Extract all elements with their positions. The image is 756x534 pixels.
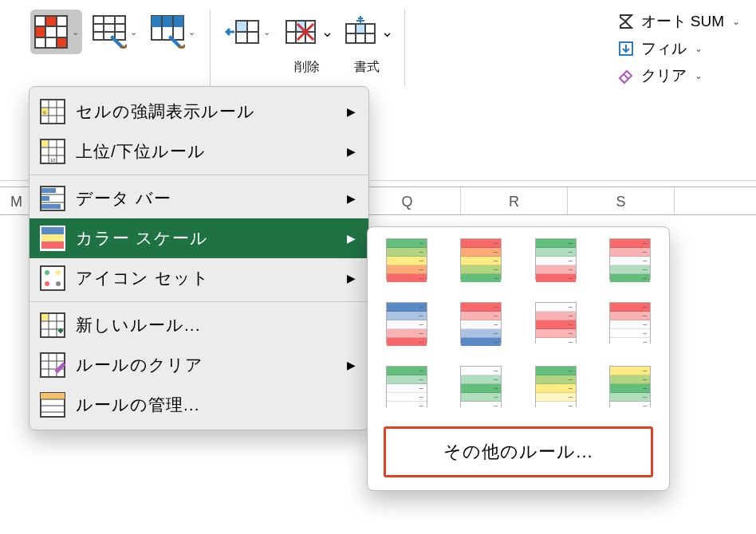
menu-item-label: カラー スケール <box>76 227 337 249</box>
cell-styles-icon <box>150 14 185 49</box>
clear-rules-icon <box>39 351 66 379</box>
conditional-formatting-icon <box>33 14 69 49</box>
svg-rect-20 <box>237 22 246 31</box>
svg-point-59 <box>45 270 49 275</box>
fill-down-icon <box>617 40 635 57</box>
format-as-table-button[interactable]: ⌄ <box>89 10 140 54</box>
color-scales-icon <box>39 225 66 252</box>
svg-rect-58 <box>41 266 65 290</box>
svg-rect-8 <box>93 16 125 40</box>
svg-point-62 <box>56 281 61 286</box>
menu-icon-sets[interactable]: アイコン セット ▶ <box>30 258 368 298</box>
highlight-rules-icon: ≤ <box>39 98 66 125</box>
menu-item-label: データ バー <box>76 187 337 210</box>
color-scale-option[interactable] <box>609 238 651 280</box>
new-rule-icon <box>39 312 66 339</box>
autosum-label: オート SUM <box>641 11 725 32</box>
menu-item-label: 上位/下位ルール <box>76 140 337 163</box>
submenu-arrow-icon: ▶ <box>347 145 356 158</box>
clear-button[interactable]: クリア ⌄ <box>617 65 741 86</box>
svg-rect-32 <box>356 25 364 33</box>
col-R[interactable]: R <box>461 187 568 214</box>
chevron-down-icon: ⌄ <box>130 27 137 37</box>
chevron-down-icon: ⌄ <box>263 27 270 37</box>
color-scale-option[interactable] <box>535 302 577 344</box>
submenu-arrow-icon: ▶ <box>347 192 356 205</box>
delete-cells-icon <box>283 14 318 49</box>
delete-label: 削除 <box>294 59 320 76</box>
color-scale-option[interactable] <box>386 302 427 344</box>
menu-highlight-cells-rules[interactable]: ≤ セルの強調表示ルール ▶ <box>30 92 368 132</box>
menu-new-rule[interactable]: 新しいルール... <box>30 305 368 345</box>
color-scale-option[interactable] <box>460 238 502 280</box>
menu-manage-rules[interactable]: ルールの管理... <box>30 385 368 425</box>
color-scale-option[interactable] <box>460 302 502 344</box>
clear-label: クリア <box>641 65 687 86</box>
svg-rect-52 <box>41 196 49 201</box>
menu-data-bars[interactable]: データ バー ▶ <box>30 179 368 218</box>
menu-item-label: 新しいルール... <box>76 314 356 336</box>
more-rules-label: その他のルール... <box>443 442 593 461</box>
conditional-formatting-button[interactable]: ⌄ <box>30 10 82 54</box>
svg-rect-7 <box>57 38 66 47</box>
submenu-arrow-icon: ▶ <box>347 272 356 285</box>
delete-cells-button[interactable] <box>280 10 321 54</box>
conditional-formatting-menu: ≤ セルの強調表示ルール ▶ 10 上位/下位ルール ▶ データ バー ▶ カラ… <box>29 86 369 430</box>
menu-clear-rules[interactable]: ルールのクリア ▶ <box>30 345 368 385</box>
autosum-button[interactable]: オート SUM ⌄ <box>617 11 741 32</box>
cell-styles-button[interactable]: ⌄ <box>147 10 199 54</box>
svg-rect-57 <box>41 241 64 249</box>
color-scale-option[interactable] <box>609 302 651 344</box>
svg-text:10: 10 <box>50 158 56 163</box>
top-bottom-icon: 10 <box>39 138 66 165</box>
chevron-down-icon: ⌄ <box>695 43 703 54</box>
menu-item-label: ルールの管理... <box>76 394 356 416</box>
insert-cells-button[interactable]: ⌄ <box>222 10 274 54</box>
svg-point-61 <box>45 281 49 286</box>
svg-rect-68 <box>41 314 48 320</box>
data-bars-icon <box>39 185 66 212</box>
svg-rect-51 <box>41 188 56 193</box>
fill-label: フィル <box>641 38 687 59</box>
color-scales-submenu: その他のルール... <box>367 226 670 491</box>
submenu-arrow-icon: ▶ <box>347 232 356 245</box>
eraser-icon <box>617 67 635 84</box>
color-scale-option[interactable] <box>386 238 427 280</box>
submenu-arrow-icon: ▶ <box>347 359 356 371</box>
chevron-down-icon: ⌄ <box>695 70 703 81</box>
svg-rect-53 <box>41 204 61 209</box>
svg-rect-5 <box>36 27 45 37</box>
more-rules-item[interactable]: その他のルール... <box>384 426 653 477</box>
fill-button[interactable]: フィル ⌄ <box>617 38 741 59</box>
col-S[interactable]: S <box>568 187 675 214</box>
format-cells-icon <box>343 14 378 49</box>
svg-rect-55 <box>41 227 64 234</box>
svg-rect-46 <box>41 140 48 147</box>
color-scale-option[interactable] <box>535 366 577 407</box>
insert-cells-icon <box>225 14 260 49</box>
svg-point-60 <box>56 270 61 275</box>
menu-item-label: セルの強調表示ルール <box>76 100 337 123</box>
chevron-down-icon: ⌄ <box>72 27 79 37</box>
chevron-down-icon: ⌄ <box>188 27 195 37</box>
color-scale-option[interactable] <box>386 366 427 407</box>
color-scale-option[interactable] <box>609 366 651 407</box>
menu-top-bottom-rules[interactable]: 10 上位/下位ルール ▶ <box>30 132 368 171</box>
format-cells-button[interactable] <box>340 10 381 54</box>
color-scale-option[interactable] <box>535 238 577 280</box>
svg-rect-75 <box>41 393 65 399</box>
submenu-arrow-icon: ▶ <box>347 105 356 118</box>
chevron-down-icon: ⌄ <box>321 23 333 41</box>
svg-rect-14 <box>152 16 183 27</box>
manage-rules-icon <box>39 391 66 418</box>
color-scale-option[interactable] <box>460 366 502 407</box>
svg-text:≤: ≤ <box>43 109 46 115</box>
menu-color-scales[interactable]: カラー スケール ▶ <box>30 218 368 258</box>
menu-item-label: アイコン セット <box>76 267 337 289</box>
svg-rect-6 <box>46 17 56 26</box>
format-label: 書式 <box>354 59 380 76</box>
sigma-icon <box>617 13 635 30</box>
menu-item-label: ルールのクリア <box>76 354 337 376</box>
chevron-down-icon: ⌄ <box>381 23 393 41</box>
col-Q[interactable]: Q <box>354 187 461 214</box>
